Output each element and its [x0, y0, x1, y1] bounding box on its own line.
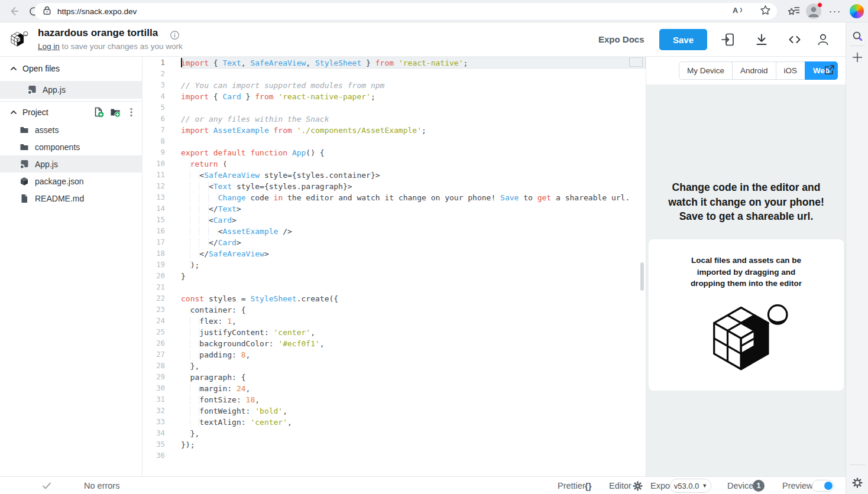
code-line[interactable]: 7import AssetExample from './components/… [142, 125, 646, 136]
code-line[interactable]: 36 [142, 450, 646, 462]
project-section-header[interactable]: Project [0, 104, 142, 121]
device-tab-my-device[interactable]: My Device [679, 61, 733, 80]
file-js-icon [27, 85, 37, 95]
browser-profile-avatar[interactable] [806, 4, 821, 19]
preview-card: Local files and assets can be imported b… [649, 239, 844, 391]
code-line[interactable]: 6// or any files within the Snack [142, 113, 646, 125]
login-link[interactable]: Log in [38, 42, 60, 51]
code-line[interactable]: 11 <SafeAreaView style={styles.container… [142, 170, 646, 181]
open-external-icon[interactable] [824, 64, 837, 77]
info-icon[interactable] [170, 30, 180, 43]
code-line[interactable]: 2 [142, 69, 646, 80]
snack-cube-illustration [701, 297, 791, 378]
code-line[interactable]: 20} [142, 271, 646, 282]
browser-menu-icon[interactable]: ··· [828, 5, 842, 18]
file-label: components [35, 142, 80, 152]
code-line[interactable]: 23 container: { [142, 304, 646, 316]
no-errors-label: No errors [84, 477, 119, 494]
line-content: }); [181, 439, 646, 450]
sdk-version-dropdown[interactable]: v53.0.0▼ [670, 479, 711, 493]
code-line[interactable]: 35}); [142, 439, 646, 450]
code-line[interactable]: 19 ); [142, 259, 646, 271]
editor-scrollbar[interactable] [640, 262, 644, 291]
code-line[interactable]: 4import { Card } from 'react-native-pape… [142, 91, 646, 102]
rail-divider [850, 46, 865, 46]
open-files-section-header[interactable]: Open files [0, 60, 142, 77]
embed-code-icon[interactable] [788, 32, 802, 47]
sidebar-add-icon[interactable] [852, 52, 863, 63]
open-files-label: Open files [22, 64, 60, 73]
code-line[interactable]: 25 justifyContent: 'center', [142, 327, 646, 338]
prettier-braces-icon[interactable]: {} [585, 477, 592, 494]
download-icon[interactable] [754, 32, 769, 47]
file-item-app-js[interactable]: App.js [0, 155, 142, 173]
line-number: 1 [142, 57, 181, 69]
code-line[interactable]: 26 backgroundColor: '#ecf0f1', [142, 338, 646, 349]
line-content: import AssetExample from './components/A… [181, 125, 646, 136]
preview-toggle[interactable] [812, 480, 834, 492]
file-item-package-json[interactable]: package.json [0, 173, 142, 190]
code-line[interactable]: 22const styles = StyleSheet.create({ [142, 293, 646, 304]
code-line[interactable]: 33 textAlign: 'center', [142, 417, 646, 428]
sidebar-settings-gear-icon[interactable] [852, 477, 863, 488]
devices-count-badge[interactable]: 1 [753, 480, 765, 492]
project-menu-kebab-icon[interactable] [128, 107, 135, 118]
sidebar-search-icon[interactable] [852, 31, 863, 41]
preview-message: Change code in the editor and watch it c… [646, 180, 846, 224]
code-line[interactable]: 32 fontWeight: 'bold', [142, 405, 646, 417]
line-content: return ( [181, 158, 646, 170]
file-item-components[interactable]: components [0, 138, 142, 155]
code-line[interactable]: 15 <Card> [142, 214, 646, 226]
file-js-icon [20, 160, 29, 169]
line-number: 12 [142, 181, 181, 192]
line-number: 3 [142, 80, 181, 91]
code-line[interactable]: 30 margin: 24, [142, 383, 646, 394]
device-tab-android[interactable]: Android [732, 61, 776, 80]
device-tab-ios[interactable]: iOS [776, 61, 806, 80]
code-line[interactable]: 28 }, [142, 360, 646, 372]
code-line[interactable]: 29 paragraph: { [142, 372, 646, 383]
editor-gear-icon[interactable] [633, 477, 643, 494]
url-text[interactable]: https://snack.expo.dev [57, 7, 733, 16]
code-line[interactable]: 13 Change code in the editor and watch i… [142, 192, 646, 203]
browser-back-icon[interactable] [7, 5, 20, 18]
save-button[interactable]: Save [659, 29, 707, 50]
code-line[interactable]: 12 <Text style={styles.paragraph}> [142, 181, 646, 192]
code-line[interactable]: 18 </SafeAreaView> [142, 248, 646, 259]
copilot-icon[interactable] [850, 4, 864, 18]
new-file-icon[interactable] [93, 107, 104, 118]
expo-docs-link[interactable]: Expo Docs [598, 34, 644, 44]
favorites-hub-icon[interactable] [787, 5, 800, 18]
code-line[interactable]: 14 </Text> [142, 203, 646, 214]
code-lines[interactable]: 1import { Text, SafeAreaView, StyleSheet… [142, 57, 646, 462]
code-line[interactable]: 27 padding: 8, [142, 349, 646, 360]
account-icon[interactable] [816, 32, 830, 47]
code-line[interactable]: 10 return ( [142, 158, 646, 170]
lock-icon[interactable] [43, 5, 51, 18]
code-editor[interactable]: 1import { Text, SafeAreaView, StyleSheet… [142, 57, 646, 476]
code-line[interactable]: 5 [142, 102, 646, 113]
code-line[interactable]: 3// You can import supported modules fro… [142, 80, 646, 91]
run-on-device-icon[interactable] [721, 32, 735, 47]
code-line[interactable]: 31 fontSize: 18, [142, 394, 646, 405]
read-aloud-icon[interactable]: A [733, 5, 744, 18]
code-line[interactable]: 16 <AssetExample /> [142, 226, 646, 237]
file-icon [20, 194, 29, 203]
code-line[interactable]: 17 </Card> [142, 237, 646, 248]
file-item-app-js[interactable]: App.js [0, 81, 142, 99]
file-item-assets[interactable]: assets [0, 121, 142, 138]
favorite-star-icon[interactable] [760, 5, 771, 18]
code-line[interactable]: 1import { Text, SafeAreaView, StyleSheet… [142, 57, 646, 69]
line-content: // You can import supported modules from… [181, 80, 646, 91]
code-line[interactable]: 8 [142, 136, 646, 147]
snack-logo[interactable] [8, 30, 30, 51]
code-line[interactable]: 21 [142, 282, 646, 293]
code-line[interactable]: 34 }, [142, 428, 646, 439]
code-line[interactable]: 24 flex: 1, [142, 316, 646, 327]
line-number: 29 [142, 372, 181, 383]
new-folder-icon[interactable] [110, 107, 121, 118]
file-item-readme-md[interactable]: README.md [0, 190, 142, 207]
line-number: 4 [142, 91, 181, 102]
address-bar[interactable]: https://snack.expo.dev A [34, 3, 777, 20]
code-line[interactable]: 9export default function App() { [142, 147, 646, 158]
